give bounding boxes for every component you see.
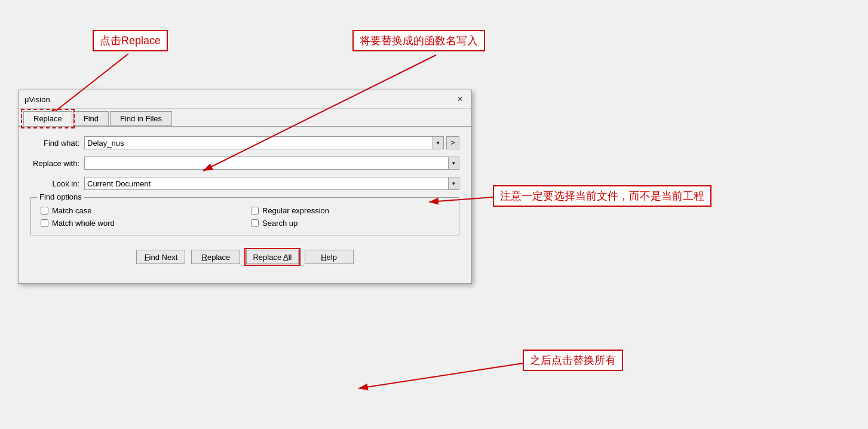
replace-button[interactable]: Replace <box>191 250 240 264</box>
find-what-row: Find what: ▾ > <box>30 136 459 149</box>
find-what-input[interactable] <box>84 136 433 149</box>
find-what-gt[interactable]: > <box>446 136 459 149</box>
look-in-label: Look in: <box>30 179 84 188</box>
replace-with-label: Replace with: <box>30 159 84 168</box>
annotation-current-file: 注意一定要选择当前文件，而不是当前工程 <box>493 185 711 207</box>
look-in-dropdown[interactable]: ▾ <box>449 177 459 190</box>
find-options-group: Find options Match case Regular expressi… <box>30 197 459 235</box>
replace-with-row: Replace with: ▾ <box>30 157 459 170</box>
option-search-up: Search up <box>251 219 449 228</box>
uvision-dialog: μVision × Replace Find Find in Files Fin… <box>18 90 472 284</box>
find-next-button[interactable]: Find Next <box>136 250 185 264</box>
search-up-label: Search up <box>262 219 297 228</box>
options-grid: Match case Regular expression Match whol… <box>41 206 449 228</box>
form-area: Find what: ▾ > Replace with: ▾ Look in: … <box>19 127 471 283</box>
replace-with-dropdown[interactable]: ▾ <box>449 157 459 170</box>
search-up-checkbox[interactable] <box>251 219 259 227</box>
replace-with-input[interactable] <box>84 157 449 170</box>
annotation-click-replace: 点击Replace <box>93 30 168 51</box>
find-options-legend: Find options <box>37 192 84 201</box>
annotation-function-name: 将要替换成的函数名写入 <box>352 30 485 51</box>
option-match-case: Match case <box>41 206 239 215</box>
look-in-wrapper: ▾ <box>84 177 459 190</box>
help-button[interactable]: Help <box>305 250 354 264</box>
match-case-label: Match case <box>52 206 91 215</box>
dialog-titlebar: μVision × <box>19 90 471 109</box>
replace-with-wrapper: ▾ <box>84 157 459 170</box>
option-match-whole-word: Match whole word <box>41 219 239 228</box>
close-button[interactable]: × <box>455 94 465 105</box>
regular-expression-label: Regular expression <box>262 206 329 215</box>
match-case-checkbox[interactable] <box>41 207 48 214</box>
tab-find[interactable]: Find <box>73 111 109 126</box>
match-whole-word-label: Match whole word <box>52 219 115 228</box>
find-what-wrapper: ▾ > <box>84 136 459 149</box>
tab-replace[interactable]: Replace <box>23 111 72 126</box>
tab-find-in-files[interactable]: Find in Files <box>110 111 172 126</box>
replace-all-button[interactable]: Replace All <box>246 250 298 264</box>
regular-expression-checkbox[interactable] <box>251 207 259 214</box>
find-what-dropdown[interactable]: ▾ <box>433 136 444 149</box>
tab-bar: Replace Find Find in Files <box>19 109 471 127</box>
option-regular-expression: Regular expression <box>251 206 449 215</box>
dialog-title: μVision <box>24 95 50 104</box>
match-whole-word-checkbox[interactable] <box>41 219 48 227</box>
look-in-row: Look in: ▾ <box>30 177 459 190</box>
svg-line-4 <box>358 363 523 388</box>
look-in-input[interactable] <box>84 177 449 190</box>
annotation-replace-all: 之后点击替换所有 <box>523 350 623 371</box>
button-row: Find Next Replace Replace All Help <box>30 245 459 274</box>
find-what-label: Find what: <box>30 139 84 148</box>
